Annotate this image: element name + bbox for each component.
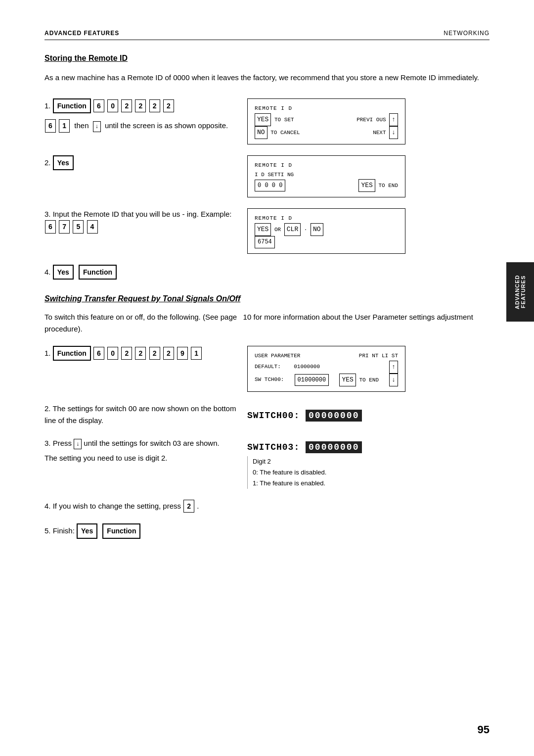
s2-step-1-right: USER PARAMETER PRI NT LI ST DEFAULT: 010…	[247, 346, 490, 392]
s2-lcd1-line3: SW TCH00: 01000000 YES TO END ↓	[255, 374, 398, 386]
s2-step-2-left: 2. The settings for switch 00 are now sh…	[44, 403, 237, 426]
lcd3-line3: 6754	[255, 236, 398, 248]
lcd3-options: YES OR CLR · NO	[255, 223, 323, 236]
step-3-left: 3. Input the Remote ID that you will be …	[44, 208, 237, 233]
s2-step1-lcd: USER PARAMETER PRI NT LI ST DEFAULT: 010…	[247, 346, 405, 392]
lcd3-value: 6754	[255, 236, 275, 248]
s2-step1-key-9: 9	[177, 347, 188, 360]
s2-switch00-label: SWITCH00:	[247, 411, 306, 421]
s2-step1-key-2d: 2	[163, 347, 174, 360]
section2-title: Switching Transfer Request by Tonal Sign…	[44, 294, 490, 303]
s2-lcd1-switch: SW TCH00:	[255, 375, 284, 384]
lcd2-line1: REMOTE I D	[255, 161, 398, 170]
s2-lcd1-default: DEFAULT: 01000000	[255, 362, 320, 372]
step3-key-4: 4	[87, 220, 98, 233]
step1-number: 1.	[44, 101, 53, 110]
s2-lcd1-line1: USER PARAMETER PRI NT LI ST	[255, 351, 398, 361]
step4-yes-key: Yes	[53, 265, 74, 280]
step-3-right: REMOTE I D YES OR CLR · NO 6754	[247, 208, 490, 253]
step1-key-2c: 2	[149, 99, 160, 112]
step1-sub-text: until the screen is as shown opposite.	[105, 121, 228, 130]
step1-key-2a: 2	[121, 99, 132, 112]
step2-number: 2.	[44, 158, 53, 167]
s2-digit-line1: Digit 2	[253, 456, 490, 467]
step-3-row: 3. Input the Remote ID that you will be …	[44, 208, 490, 253]
step2-lcd: REMOTE I D I D SETTI NG 0 0 0 0 YES TO E…	[247, 155, 405, 197]
step1-sub-key6: 6	[45, 119, 56, 132]
step1-key-6: 6	[93, 99, 104, 112]
s2-digit-line2: 0: The feature is disabled.	[253, 467, 490, 478]
header-right: NETWORKING	[444, 30, 490, 37]
s2-lcd1-line2: DEFAULT: 01000000 ↑	[255, 361, 398, 374]
s2-step1-key-2c: 2	[149, 347, 160, 360]
section2-intro: To switch this feature on or off, do the…	[44, 311, 490, 335]
section2: Switching Transfer Request by Tonal Sign…	[44, 294, 490, 539]
lcd1-no-cancel: NO TO CANCEL	[255, 126, 300, 139]
s2-step4-suffix: .	[197, 502, 199, 510]
s2-switch00-value: 00000000	[306, 410, 362, 422]
lcd2-line2: I D SETTI NG	[255, 170, 398, 180]
page-container: ADVANCED FEATURES NETWORKING Storing the…	[0, 0, 534, 756]
step1-key-2b: 2	[135, 99, 146, 112]
step-2-left: 2. Yes	[44, 155, 237, 170]
step-1-left: 1. Function 6 0 2 2 2 2 6 1 then ↓ until…	[44, 98, 237, 133]
s2-step1-key-2b: 2	[135, 347, 146, 360]
s2-step-2-right: SWITCH00: 00000000	[247, 406, 490, 424]
s2-step-3-row: 3. Press ↓ until the settings for switch…	[44, 437, 490, 489]
step1-sub-key1: 1	[59, 119, 70, 132]
step-2-row: 2. Yes REMOTE I D I D SETTI NG 0 0 0 0 Y…	[44, 155, 490, 197]
s2-switch03-display: SWITCH03: 00000000	[247, 442, 490, 452]
step1-key-0: 0	[107, 99, 118, 112]
s2-step2-text: 2. The settings for switch 00 are now sh…	[44, 404, 236, 425]
section1: Storing the Remote ID As a new machine h…	[44, 54, 490, 280]
s2-step1-key-2a: 2	[121, 347, 132, 360]
lcd2-label: REMOTE I D	[255, 161, 292, 170]
lcd2-idsetting: I D SETTI NG	[255, 170, 294, 180]
step-2-right: REMOTE I D I D SETTI NG 0 0 0 0 YES TO E…	[247, 155, 490, 197]
s2-step-5-left: 5. Finish: Yes Function	[44, 523, 237, 538]
s2-step4-key-2: 2	[183, 500, 194, 513]
s2-step-5-row: 5. Finish: Yes Function	[44, 523, 490, 538]
s2-lcd1-userparam: USER PARAMETER	[255, 351, 300, 361]
s2-digit-line3: 1: The feature is enabled.	[253, 478, 490, 489]
lcd3-label: REMOTE I D	[255, 214, 292, 223]
s2-step1-key-6: 6	[93, 347, 104, 360]
s2-lcd1-yes-end: YES TO END	[339, 374, 379, 386]
lcd2-yes-end: YES TO END	[358, 179, 398, 192]
s2-step1-number: 1.	[44, 349, 53, 357]
s2-step3-text-b: The setting you need to use is digit 2.	[44, 452, 237, 464]
s2-lcd1-printlist: PRI NT LI ST	[359, 351, 398, 361]
step1-key-2d: 2	[163, 99, 174, 112]
lcd2-line3: 0 0 0 0 YES TO END	[255, 179, 398, 192]
lcd3-line2: YES OR CLR · NO	[255, 223, 398, 236]
step1-function-key: Function	[53, 98, 91, 113]
s2-step1-key-1: 1	[191, 347, 202, 360]
lcd1-previous: PREVI OUS ↑	[356, 113, 398, 126]
step4-function-key: Function	[79, 265, 117, 280]
s2-step5-yes-key: Yes	[77, 523, 97, 538]
step1-lcd: REMOTE I D YES TO SET PREVI OUS ↑ NO TO …	[247, 98, 405, 144]
step1-sub: 6 1 then ↓ until the screen is as shown …	[44, 119, 237, 132]
step-4-left: 4. Yes Function	[44, 265, 237, 280]
header-left: ADVANCED FEATURES	[44, 30, 119, 37]
lcd3-line1: REMOTE I D	[255, 214, 398, 223]
step-1-right: REMOTE I D YES TO SET PREVI OUS ↑ NO TO …	[247, 98, 490, 144]
section1-intro: As a new machine has a Remote ID of 0000…	[44, 72, 490, 84]
step-1-row: 1. Function 6 0 2 2 2 2 6 1 then ↓ until…	[44, 98, 490, 144]
s2-step-4-left: 4. If you wish to change the setting, pr…	[44, 500, 237, 513]
step3-key-5: 5	[73, 220, 84, 233]
side-tab: ADVANCEDFEATURES	[506, 262, 534, 322]
s2-lcd1-icon-down: ↓	[389, 374, 398, 386]
s2-step-1-left: 1. Function 6 0 2 2 2 2 9 1	[44, 346, 237, 361]
s2-step-1-row: 1. Function 6 0 2 2 2 2 9 1 USER PARAMET…	[44, 346, 490, 392]
s2-switch03-value: 00000000	[306, 441, 362, 453]
step1-then: then	[74, 121, 89, 130]
s2-lcd1-icon-up: ↑	[389, 361, 398, 374]
page-number: 95	[478, 723, 490, 736]
s2-switch00-display: SWITCH00: 00000000	[247, 411, 490, 421]
section1-title: Storing the Remote ID	[44, 54, 490, 63]
lcd1-next: NEXT ↓	[373, 126, 398, 139]
s2-step-2-row: 2. The settings for switch 00 are now sh…	[44, 403, 490, 426]
page-header: ADVANCED FEATURES NETWORKING	[44, 30, 490, 40]
s2-digit-note: Digit 2 0: The feature is disabled. 1: T…	[247, 456, 490, 489]
